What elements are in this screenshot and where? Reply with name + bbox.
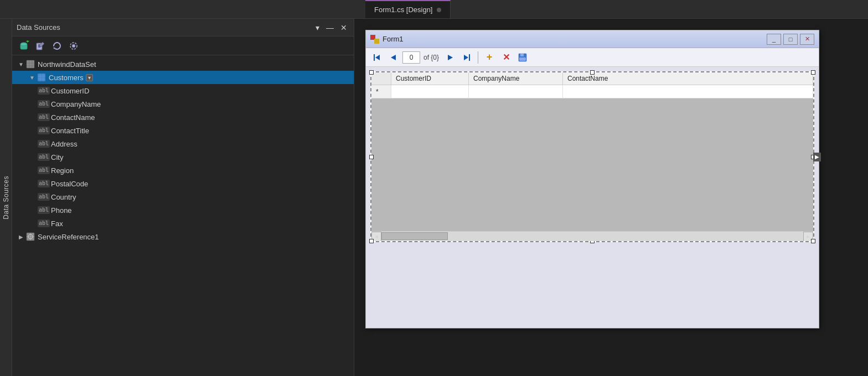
tree-node-fax[interactable]: abl Fax — [12, 217, 354, 230]
vertical-tab[interactable]: Data Sources — [0, 19, 12, 376]
field-label-customerid: CustomerID — [51, 87, 89, 95]
dg-cell-customerid-0[interactable] — [391, 85, 469, 98]
nav-save-btn[interactable] — [515, 50, 530, 65]
designer-panel: Form1 _ □ ✕ — [354, 19, 868, 376]
tree-node-servicereference[interactable]: ▶ ServiceReference1 — [12, 230, 354, 243]
dataset-icon — [25, 59, 35, 69]
field-label-phone: Phone — [51, 206, 72, 215]
panel-dropdown-btn[interactable]: ▾ — [313, 23, 322, 33]
datagrid[interactable]: CustomerID CompanyName ContactName * — [371, 72, 813, 241]
hscroll-thumb[interactable] — [381, 232, 448, 240]
hscroll-track[interactable] — [381, 232, 803, 242]
dg-header-rownum — [371, 72, 391, 85]
svg-rect-34 — [520, 54, 524, 56]
service-ref-label: ServiceReference1 — [38, 233, 99, 241]
field-icon-address: abl — [39, 139, 49, 149]
field-label-country: Country — [51, 193, 76, 201]
nav-last-btn[interactable] — [459, 50, 474, 65]
tree-node-region[interactable]: abl Region — [12, 164, 354, 177]
field-label-address: Address — [51, 140, 78, 148]
nav-next-btn[interactable] — [442, 50, 458, 65]
svg-marker-7 — [39, 42, 44, 47]
field-icon-companyname: abl — [39, 99, 49, 109]
resize-handle-tl[interactable] — [369, 70, 374, 75]
table-icon — [37, 72, 46, 82]
tree-node-phone[interactable]: abl Phone — [12, 203, 354, 217]
form1-window: Form1 _ □ ✕ — [365, 30, 819, 328]
svg-marker-30 — [448, 55, 453, 60]
tab-label: Form1.cs [Design] — [374, 6, 432, 14]
svg-marker-32 — [464, 55, 468, 60]
datasource-toolbar: + — [12, 36, 354, 55]
tree-node-city[interactable]: abl City — [12, 150, 354, 164]
datagrid-wrapper[interactable]: ▶ CustomerID CompanyName ContactName * — [370, 71, 814, 242]
customers-dropdown-btn[interactable]: ▾ — [86, 74, 93, 81]
nav-add-btn[interactable]: + — [482, 50, 497, 65]
resize-handle-ml[interactable] — [369, 155, 374, 159]
dg-cell-contactname-0[interactable] — [563, 85, 813, 98]
datagrid-action-arrow[interactable]: ▶ — [813, 153, 821, 161]
field-icon-contacttitle: abl — [39, 126, 49, 135]
dg-header-customerid[interactable]: CustomerID — [391, 72, 469, 85]
svg-marker-28 — [375, 55, 380, 60]
field-label-fax: Fax — [51, 220, 63, 228]
dg-header-companyname[interactable]: CompanyName — [469, 72, 563, 85]
panel-close-btn[interactable]: ✕ — [338, 23, 349, 33]
tree-view: ▼ NorthwindDataSet ▼ — [12, 55, 354, 376]
data-sources-panel: Data Sources Data Sources ▾ — ✕ — [0, 19, 354, 376]
field-label-postalcode: PostalCode — [51, 180, 88, 188]
field-icon-country: abl — [39, 192, 49, 202]
tree-node-contacttitle[interactable]: abl ContactTitle — [12, 124, 354, 137]
svg-text:+: + — [26, 40, 29, 44]
field-label-contacttitle: ContactTitle — [51, 127, 89, 135]
expand-arrow-customers: ▼ — [28, 73, 37, 82]
form-app-icon — [370, 35, 379, 44]
svg-rect-11 — [27, 60, 34, 68]
dataset-label: NorthwindDataSet — [38, 60, 96, 69]
svg-rect-26 — [374, 39, 379, 44]
resize-handle-br[interactable] — [811, 239, 815, 243]
dg-cell-companyname-0[interactable] — [469, 85, 563, 98]
nav-first-btn[interactable] — [369, 50, 385, 65]
panel-header: Data Sources ▾ — ✕ — [12, 19, 354, 36]
edit-datasource-button[interactable] — [33, 39, 48, 53]
form-minimize-btn[interactable]: _ — [767, 34, 781, 45]
tree-node-customerid[interactable]: abl CustomerID — [12, 84, 354, 97]
tree-node-companyname[interactable]: abl CompanyName — [12, 97, 354, 111]
tree-node-country[interactable]: abl Country — [12, 190, 354, 203]
form-window-controls: _ □ ✕ — [767, 34, 814, 45]
tree-node-postalcode[interactable]: abl PostalCode — [12, 177, 354, 190]
refresh-datasource-button[interactable] — [50, 39, 64, 53]
tree-node-customers[interactable]: ▼ Customers ▾ — [12, 71, 354, 84]
datagrid-hscrollbar[interactable]: ◄ ► — [371, 231, 813, 241]
panel-pin-btn[interactable]: — — [324, 23, 336, 33]
svg-point-9 — [72, 44, 75, 48]
resize-handle-bl[interactable] — [369, 239, 374, 243]
configure-datasource-button[interactable] — [66, 39, 81, 53]
tab-modified-dot — [437, 8, 441, 12]
field-label-contactname: ContactName — [51, 113, 95, 122]
svg-marker-29 — [391, 55, 396, 60]
tab-form1-design[interactable]: Form1.cs [Design] — [365, 0, 451, 18]
tree-node-contactname[interactable]: abl ContactName — [12, 111, 354, 124]
form-close-btn[interactable]: ✕ — [800, 34, 814, 45]
nav-prev-btn[interactable] — [386, 50, 401, 65]
tree-node-address[interactable]: abl Address — [12, 137, 354, 150]
form-titlebar: Form1 _ □ ✕ — [366, 30, 819, 48]
datagrid-empty-area — [371, 98, 813, 231]
resize-handle-tr[interactable] — [811, 70, 815, 75]
datagrid-new-row[interactable]: * — [371, 85, 813, 98]
add-datasource-button[interactable]: + — [17, 39, 31, 53]
tree-node-dataset[interactable]: ▼ NorthwindDataSet — [12, 58, 354, 71]
resize-handle-tc[interactable] — [590, 70, 595, 75]
form-maximize-btn[interactable]: □ — [783, 34, 798, 45]
nav-position-input[interactable] — [402, 51, 420, 64]
field-icon-city: abl — [39, 152, 49, 162]
expand-arrow-service: ▶ — [17, 232, 25, 241]
form-title-left: Form1 — [370, 35, 404, 44]
nav-delete-btn[interactable]: ✕ — [498, 50, 514, 65]
dg-header-contactname[interactable]: ContactName — [563, 72, 813, 85]
nav-separator-1 — [478, 51, 478, 64]
panel-title: Data Sources — [17, 23, 60, 32]
panel-controls: ▾ — ✕ — [313, 23, 349, 33]
